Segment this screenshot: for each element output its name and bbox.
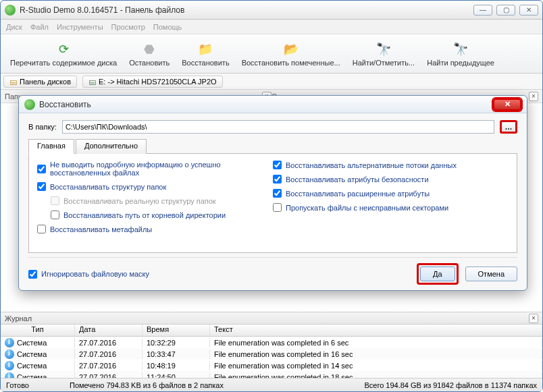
binoculars-icon: 🔭 bbox=[376, 41, 392, 57]
folder-recover-icon: 📁 bbox=[197, 41, 213, 57]
tab-advanced[interactable]: Дополнительно bbox=[76, 139, 147, 154]
dialog-icon bbox=[24, 99, 35, 110]
menu-disk[interactable]: Диск bbox=[6, 23, 22, 31]
tab-main[interactable]: Главная bbox=[28, 139, 74, 154]
stop-icon: ⬣ bbox=[141, 41, 157, 57]
info-icon bbox=[5, 349, 14, 359]
journal-close[interactable]: × bbox=[529, 314, 538, 323]
col-text[interactable]: Текст bbox=[210, 325, 542, 336]
folder-marked-icon: 📂 bbox=[283, 41, 299, 57]
opt-restore-from-root[interactable]: Восстанавливать путь от корневой директо… bbox=[37, 211, 273, 219]
status-left: Готово bbox=[6, 381, 29, 389]
toolbar: ⟳ Перечитать содержимое диска ⬣ Останови… bbox=[1, 34, 542, 74]
dialog-title: Восстановить bbox=[39, 100, 91, 109]
disk-panel-tab[interactable]: 🖴 Панель дисков bbox=[3, 76, 77, 88]
contents-pane-close[interactable]: × bbox=[529, 92, 538, 101]
minimize-button[interactable]: — bbox=[473, 5, 492, 16]
log-header: Тип Дата Время Текст bbox=[1, 325, 542, 337]
disk-drive-tab[interactable]: 🖴 E: -> Hitachi HDS721050CLA JP2O bbox=[82, 76, 223, 88]
hdd-icon: 🖴 bbox=[88, 78, 96, 86]
opt-skip-bad[interactable]: Пропускать файлы с неисправными секторам… bbox=[273, 203, 509, 212]
info-icon bbox=[5, 361, 14, 370]
menu-help[interactable]: Помощь bbox=[153, 23, 182, 31]
opt-restore-meta[interactable]: Восстанавливать метафайлы bbox=[37, 225, 273, 233]
refresh-icon: ⟳ bbox=[55, 41, 72, 57]
opt-alt-streams[interactable]: Восстанавливать альтернативные потоки да… bbox=[273, 161, 509, 169]
dialog-close-button[interactable]: ✕ bbox=[493, 99, 521, 111]
binoculars-prev-icon: 🔭 bbox=[452, 41, 469, 57]
stop-button[interactable]: ⬣ Остановить bbox=[125, 40, 174, 68]
menu-view[interactable]: Просмотр bbox=[111, 23, 145, 31]
journal-title: Журнал bbox=[5, 314, 32, 323]
opt-restore-struct[interactable]: Восстанавливать структуру папок bbox=[37, 182, 273, 191]
menu-file[interactable]: Файл bbox=[30, 23, 49, 31]
statusbar: Готово Помечено 794.83 KB из 6 файлов в … bbox=[1, 378, 542, 391]
recover-button[interactable]: 📁 Восстановить bbox=[178, 40, 233, 68]
window-title: R-Studio Demo 8.0.164571 - Панель файлов bbox=[20, 5, 184, 15]
menubar: Диск Файл Инструменты Просмотр Помощь bbox=[1, 20, 542, 34]
col-type[interactable]: Тип bbox=[1, 325, 75, 336]
log-row[interactable]: Система27.07.201610:32:29File enumeratio… bbox=[1, 337, 542, 348]
cancel-button[interactable]: Отмена bbox=[465, 267, 517, 281]
recover-marked-button[interactable]: 📂 Восстановить помеченные... bbox=[238, 40, 344, 68]
ok-button[interactable]: Да bbox=[420, 267, 455, 281]
browse-button[interactable]: … bbox=[500, 120, 517, 134]
menu-tools[interactable]: Инструменты bbox=[57, 23, 103, 31]
status-right: Всего 194.84 GB из 91842 файлов в 11374 … bbox=[364, 381, 537, 389]
opt-ignore-mask[interactable]: Игнорировать файловую маску bbox=[28, 270, 149, 279]
log-rows: Система27.07.201610:32:29File enumeratio… bbox=[1, 337, 542, 383]
log-row[interactable]: Система27.07.201610:33:47File enumeratio… bbox=[1, 348, 542, 360]
opt-restore-real-struct: Восстанавливать реальную структуру папок bbox=[37, 196, 273, 205]
tab-panel-main: Не выводить подробную информацию о успеш… bbox=[28, 153, 517, 253]
col-time[interactable]: Время bbox=[143, 325, 210, 336]
path-input[interactable] bbox=[62, 120, 494, 134]
path-label: В папку: bbox=[28, 123, 57, 131]
reread-button[interactable]: ⟳ Перечитать содержимое диска bbox=[6, 40, 121, 68]
close-window-button[interactable]: ✕ bbox=[519, 5, 538, 16]
opt-ext-attr[interactable]: Восстанавливать расширенные атрибуты bbox=[273, 189, 509, 198]
recover-dialog: Восстановить ✕ В папку: … Главная Дополн… bbox=[18, 95, 527, 291]
titlebar: R-Studio Demo 8.0.164571 - Панель файлов… bbox=[1, 1, 542, 20]
maximize-button[interactable]: ▢ bbox=[496, 5, 515, 16]
find-prev-button[interactable]: 🔭 Найти предыдущее bbox=[423, 40, 498, 68]
app-icon bbox=[5, 5, 16, 16]
opt-no-detail[interactable]: Не выводить подробную информацию о успеш… bbox=[37, 161, 273, 177]
status-mid: Помечено 794.83 KB из 6 файлов в 2 папка… bbox=[70, 381, 224, 389]
dialog-titlebar: Восстановить ✕ bbox=[19, 96, 527, 113]
opt-attr-sec[interactable]: Восстанавливать атрибуты безопасности bbox=[273, 175, 509, 184]
col-date[interactable]: Дата bbox=[75, 325, 143, 336]
disk-icon: 🖴 bbox=[9, 78, 17, 86]
info-icon bbox=[5, 338, 14, 347]
log-row[interactable]: Система27.07.201610:48:19File enumeratio… bbox=[1, 360, 542, 371]
disk-bar: 🖴 Панель дисков 🖴 E: -> Hitachi HDS72105… bbox=[1, 74, 542, 90]
find-button[interactable]: 🔭 Найти/Отметить... bbox=[348, 40, 419, 68]
main-window: R-Studio Demo 8.0.164571 - Панель файлов… bbox=[0, 0, 543, 392]
